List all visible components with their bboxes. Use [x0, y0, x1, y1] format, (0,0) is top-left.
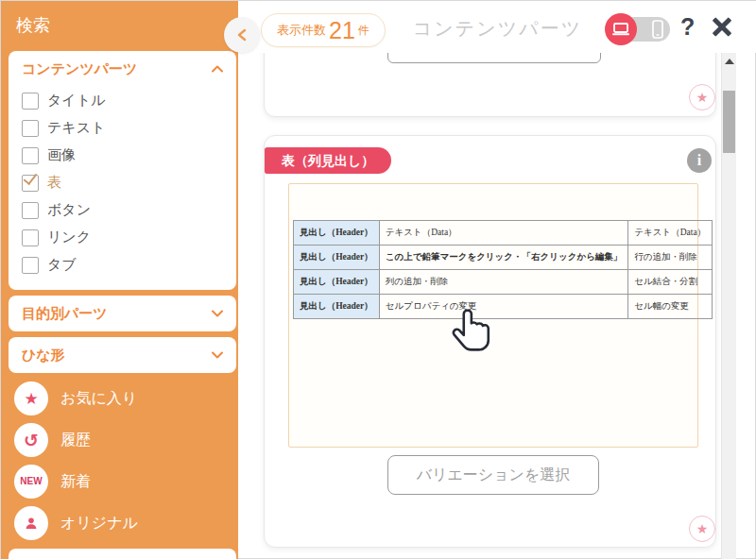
checkbox-item-button[interactable]: ボタン: [9, 196, 236, 224]
table-row: 見出し（Header）テキスト（Data）テキスト（Data）: [294, 221, 713, 246]
info-button[interactable]: i: [687, 148, 712, 173]
checkbox-checked-icon[interactable]: [22, 175, 39, 192]
count-label: 表示件数: [277, 22, 326, 39]
sidebar-title: 検索: [16, 14, 50, 37]
checkbox-item-table[interactable]: 表: [9, 169, 236, 196]
checkbox-item-text[interactable]: テキスト: [9, 114, 236, 142]
sidebar-menu: ★お気に入り↺履歴NEW新着オリジナル: [1, 381, 238, 548]
checkbox-item-title[interactable]: タイトル: [9, 87, 236, 114]
table-data-cell: 列の追加・削除: [379, 270, 628, 295]
checkbox-item-tab[interactable]: タブ: [9, 251, 236, 279]
close-button[interactable]: [712, 17, 732, 38]
favorite-button[interactable]: ★: [689, 516, 715, 542]
chevron-down-icon[interactable]: [212, 351, 223, 359]
person-icon: [14, 506, 48, 540]
table-data-cell: セル結合・分割: [628, 270, 713, 295]
sidebar-bottom-panel: [9, 549, 236, 559]
sidebar-item-label: お気に入り: [60, 389, 137, 409]
checkbox-label: 表: [47, 174, 61, 192]
scrollbar-thumb[interactable]: [723, 91, 735, 153]
star-icon: ★: [696, 90, 709, 105]
scroll-up-button[interactable]: [725, 59, 734, 64]
checkbox-icon[interactable]: [22, 93, 39, 110]
mobile-icon[interactable]: [651, 18, 664, 41]
content-parts-dialog: 検索 コンテンツパーツ タイトルテキスト画像表ボタンリンクタブ 目的別パーツ: [0, 0, 756, 559]
hand-cursor-icon: [452, 308, 491, 357]
chevron-down-icon[interactable]: [212, 310, 223, 317]
sidebar-item-new[interactable]: NEW新着: [14, 465, 238, 499]
table-row: 見出し（Header）列の追加・削除セル結合・分割: [294, 270, 713, 295]
checkbox-label: タブ: [47, 256, 77, 274]
part-name-badge: 表（列見出し）: [265, 147, 391, 174]
table-data-cell: テキスト（Data）: [628, 221, 713, 246]
checkbox-icon[interactable]: [22, 229, 39, 246]
section-templates: ひな形: [9, 337, 236, 373]
section-content-parts-header[interactable]: コンテンツパーツ: [9, 51, 236, 87]
table-row: 見出し（Header）セルプロパティの変更セル幅の変更: [294, 295, 713, 319]
checkbox-item-image[interactable]: 画像: [9, 142, 236, 169]
star-icon: ★: [696, 521, 709, 536]
count-value: 21: [329, 19, 355, 42]
variation-select-button[interactable]: バリエーションを選択: [387, 455, 599, 495]
desktop-toggle-button[interactable]: [605, 13, 637, 45]
section-content-parts: コンテンツパーツ タイトルテキスト画像表ボタンリンクタブ: [9, 51, 236, 290]
sidebar-item-history[interactable]: ↺履歴: [14, 423, 238, 457]
table-header-cell: 見出し（Header）: [294, 270, 380, 295]
desktop-icon: [611, 22, 630, 37]
table-header-cell: 見出し（Header）: [294, 295, 380, 319]
help-button[interactable]: ?: [680, 13, 695, 41]
chevron-up-icon[interactable]: [212, 65, 223, 73]
search-sidebar: 検索 コンテンツパーツ タイトルテキスト画像表ボタンリンクタブ 目的別パーツ: [1, 1, 238, 559]
checkbox-icon[interactable]: [22, 257, 39, 274]
section-templates-header[interactable]: ひな形: [9, 337, 236, 373]
history-icon: ↺: [14, 423, 48, 457]
sidebar-item-favorites[interactable]: ★お気に入り: [14, 381, 238, 415]
table-data-cell: 行の追加・削除: [628, 246, 713, 270]
table-data-cell: テキスト（Data）: [379, 221, 628, 246]
sidebar-item-label: オリジナル: [60, 514, 138, 534]
table-data-cell: セルプロパティの変更: [379, 295, 628, 319]
section-purpose-parts-header[interactable]: 目的別パーツ: [9, 296, 236, 331]
star-icon: ★: [14, 381, 48, 415]
preview-table: 見出し（Header）テキスト（Data）テキスト（Data）見出し（Heade…: [293, 220, 713, 319]
favorite-button[interactable]: ★: [689, 84, 715, 110]
info-icon: i: [697, 152, 701, 169]
checkbox-icon[interactable]: [22, 202, 39, 219]
table-header-cell: 見出し（Header）: [294, 246, 380, 270]
table-data-cell: この上で鉛筆マークをクリック・「右クリックから編集」: [379, 246, 628, 270]
chevron-left-icon: [237, 28, 247, 42]
checkbox-item-link[interactable]: リンク: [9, 224, 236, 251]
section-label: ひな形: [22, 347, 65, 364]
dialog-header: 表示件数 21 件 コンテンツパーツ ?: [238, 1, 756, 53]
checkbox-label: リンク: [47, 229, 91, 246]
new-badge-icon: NEW: [14, 465, 48, 499]
checkbox-label: 画像: [47, 146, 76, 164]
table-header-cell: 見出し（Header）: [294, 221, 380, 246]
preview-table-body: 見出し（Header）テキスト（Data）テキスト（Data）見出し（Heade…: [294, 221, 713, 319]
sidebar-collapse-button[interactable]: [224, 17, 260, 53]
sidebar-item-label: 履歴: [60, 431, 91, 450]
checkbox-label: テキスト: [47, 119, 105, 137]
checkbox-icon[interactable]: [22, 120, 39, 137]
checkbox-list: タイトルテキスト画像表ボタンリンクタブ: [9, 87, 236, 279]
sidebar-item-label: 新着: [60, 472, 91, 492]
table-row: 見出し（Header）この上で鉛筆マークをクリック・「右クリックから編集」行の追…: [294, 246, 713, 270]
count-unit: 件: [358, 23, 369, 39]
section-label: コンテンツパーツ: [22, 60, 137, 78]
section-purpose-parts: 目的別パーツ: [9, 296, 236, 331]
display-count-pill: 表示件数 21 件: [261, 13, 386, 47]
sidebar-item-original[interactable]: オリジナル: [14, 506, 238, 540]
part-preview[interactable]: 見出し（Header）テキスト（Data）テキスト（Data）見出し（Heade…: [288, 183, 698, 448]
scrollbar[interactable]: [721, 53, 736, 559]
checkbox-label: タイトル: [47, 92, 105, 110]
checkbox-label: ボタン: [47, 201, 91, 219]
table-data-cell: セル幅の変更: [628, 295, 713, 319]
section-label: 目的別パーツ: [22, 305, 108, 323]
checkbox-icon[interactable]: [22, 147, 39, 164]
part-card-table-column-header: 表（列見出し） i 見出し（Header）テキスト（Data）テキスト（Data…: [264, 135, 716, 548]
